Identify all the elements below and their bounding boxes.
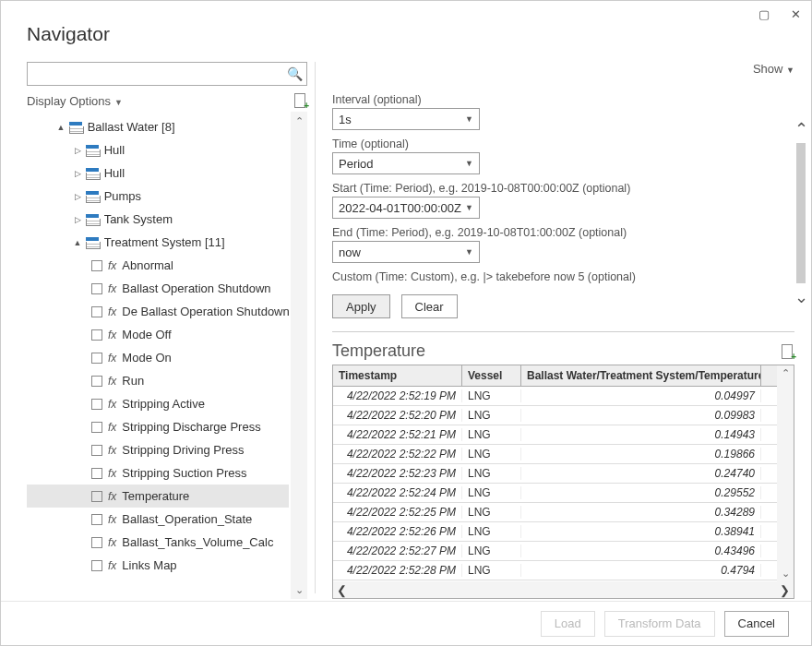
scrollbar-thumb[interactable] [796, 143, 806, 283]
table-row[interactable]: 4/22/2022 2:52:28 PMLNG0.4794 [333, 561, 794, 580]
scroll-up-icon[interactable]: ⌃ [782, 367, 790, 379]
tree-item-ballast-tanks-volume-calc[interactable]: fxBallast_Tanks_Volume_Calc [27, 531, 289, 554]
cell-vessel: LNG [462, 389, 521, 402]
cancel-button[interactable]: Cancel [724, 611, 789, 637]
tree-item-links-map[interactable]: fxLinks Map [27, 554, 289, 577]
cell-timestamp: 4/22/2022 2:52:21 PM [333, 428, 462, 441]
cell-vessel: LNG [462, 544, 521, 557]
panel-scrollbar[interactable]: ⌃ ⌄ [793, 121, 809, 305]
search-input[interactable] [28, 67, 282, 81]
tree-node-pumps[interactable]: ▷ Pumps [27, 185, 289, 208]
grid-vertical-scrollbar[interactable]: ⌃⌄ [777, 365, 794, 581]
tree-node-hull-2[interactable]: ▷ Hull [27, 162, 289, 185]
tree-node-ballast-water[interactable]: ▲ Ballast Water [8] [27, 115, 289, 138]
new-query-icon[interactable] [294, 93, 307, 108]
cell-value: 0.14943 [521, 428, 761, 441]
cell-value: 0.04997 [521, 389, 761, 402]
table-row[interactable]: 4/22/2022 2:52:27 PMLNG0.43496 [333, 542, 794, 561]
tree-item-abnormal[interactable]: fxAbnormal [27, 254, 289, 277]
cell-timestamp: 4/22/2022 2:52:20 PM [333, 409, 462, 422]
clear-button[interactable]: Clear [401, 294, 458, 318]
table-row[interactable]: 4/22/2022 2:52:26 PMLNG0.38941 [333, 522, 794, 542]
scroll-up-icon[interactable]: ⌃ [793, 121, 809, 138]
tree-item-stripping-suction-press[interactable]: fxStripping Suction Press [27, 461, 289, 484]
display-options-dropdown[interactable]: Display Options▼ [27, 94, 123, 108]
transform-data-button[interactable]: Transform Data [604, 611, 715, 637]
cell-value: 0.19866 [521, 448, 761, 461]
tree-item-de-ballast-op-shutdown[interactable]: fxDe Ballast Operation Shutdown [27, 300, 289, 323]
table-row[interactable]: 4/22/2022 2:52:19 PMLNG0.04997 [333, 387, 794, 406]
cell-value: 0.29552 [521, 486, 761, 499]
scroll-right-icon[interactable]: ❯ [780, 583, 790, 597]
scroll-up-icon[interactable]: ⌃ [291, 112, 307, 130]
show-dropdown[interactable]: Show ▼ [753, 62, 794, 76]
cell-timestamp: 4/22/2022 2:52:25 PM [333, 506, 462, 519]
tree-scrollbar[interactable]: ⌃ ⌄ [291, 112, 307, 599]
maximize-button[interactable]: ▢ [748, 1, 780, 27]
search-input-wrap[interactable]: 🔍 [27, 62, 307, 86]
close-button[interactable]: ✕ [780, 1, 811, 27]
cell-value: 0.24740 [521, 467, 761, 480]
end-combo[interactable]: now▼ [332, 241, 480, 263]
chevron-down-icon: ▼ [465, 159, 473, 168]
tree-item-temperature[interactable]: fxTemperature [27, 484, 289, 508]
col-timestamp[interactable]: Timestamp [333, 365, 462, 386]
cell-timestamp: 4/22/2022 2:52:27 PM [333, 544, 462, 557]
cell-vessel: LNG [462, 428, 521, 441]
grid-horizontal-scrollbar[interactable]: ❮❯ [333, 581, 794, 598]
cell-vessel: LNG [462, 467, 521, 480]
time-label: Time (optional) [332, 138, 794, 150]
navigator-tree: ▲ Ballast Water [8] ▷ Hull ▷ Hull ▷ Pump… [27, 115, 289, 577]
table-row[interactable]: 4/22/2022 2:52:25 PMLNG0.34289 [333, 503, 794, 522]
table-row[interactable]: 4/22/2022 2:52:24 PMLNG0.29552 [333, 484, 794, 503]
start-label: Start (Time: Period), e.g. 2019-10-08T00… [332, 182, 794, 195]
table-row[interactable]: 4/22/2022 2:52:21 PMLNG0.14943 [333, 425, 794, 445]
table-row[interactable]: 4/22/2022 2:52:23 PMLNG0.24740 [333, 464, 794, 484]
cell-value: 0.43496 [521, 544, 761, 557]
col-vessel[interactable]: Vessel [462, 365, 521, 386]
search-icon[interactable]: 🔍 [282, 66, 306, 81]
cell-vessel: LNG [462, 525, 521, 538]
cell-vessel: LNG [462, 506, 521, 519]
end-label: End (Time: Period), e.g. 2019-10-08T01:0… [332, 226, 794, 239]
tree-node-hull-1[interactable]: ▷ Hull [27, 138, 289, 162]
preview-title: Temperature [332, 341, 425, 361]
tree-item-ballast-op-shutdown[interactable]: fxBallast Operation Shutdown [27, 277, 289, 300]
time-combo[interactable]: Period▼ [332, 152, 480, 174]
cell-timestamp: 4/22/2022 2:52:24 PM [333, 486, 462, 499]
table-row[interactable]: 4/22/2022 2:52:22 PMLNG0.19866 [333, 445, 794, 464]
scroll-down-icon[interactable]: ⌄ [291, 580, 307, 599]
custom-label: Custom (Time: Custom), e.g. |> takebefor… [332, 270, 794, 283]
add-query-icon[interactable] [782, 344, 794, 359]
scroll-down-icon[interactable]: ⌄ [793, 289, 809, 305]
load-button[interactable]: Load [541, 611, 595, 637]
apply-button[interactable]: Apply [332, 294, 390, 318]
scroll-down-icon[interactable]: ⌄ [782, 568, 790, 580]
tree-node-tank-system[interactable]: ▷ Tank System [27, 208, 289, 231]
tree-item-run[interactable]: fxRun [27, 369, 289, 392]
cell-value: 0.38941 [521, 525, 761, 538]
cell-timestamp: 4/22/2022 2:52:28 PM [333, 564, 462, 577]
tree-node-treatment-system[interactable]: ▲ Treatment System [11] [27, 231, 289, 254]
interval-combo[interactable]: 1s▼ [332, 108, 480, 130]
col-value[interactable]: Ballast Water/Treatment System/Temperatu… [521, 365, 761, 386]
tree-item-stripping-discharge-press[interactable]: fxStripping Discharge Press [27, 415, 289, 438]
table-row[interactable]: 4/22/2022 2:52:20 PMLNG0.09983 [333, 406, 794, 425]
tree-item-ballast-operation-state[interactable]: fxBallast_Operation_State [27, 508, 289, 531]
tree-item-stripping-driving-press[interactable]: fxStripping Driving Press [27, 438, 289, 461]
cell-timestamp: 4/22/2022 2:52:22 PM [333, 448, 462, 461]
cell-timestamp: 4/22/2022 2:52:19 PM [333, 389, 462, 402]
page-title: Navigator [1, 1, 811, 53]
preview-grid: Timestamp Vessel Ballast Water/Treatment… [332, 365, 794, 599]
tree-item-mode-on[interactable]: fxMode On [27, 346, 289, 369]
start-combo[interactable]: 2022-04-01T00:00:00Z▼ [332, 197, 480, 219]
interval-label: Interval (optional) [332, 93, 794, 106]
chevron-down-icon: ▼ [465, 247, 473, 257]
cell-vessel: LNG [462, 448, 521, 461]
cell-vessel: LNG [462, 409, 521, 422]
scroll-left-icon[interactable]: ❮ [337, 583, 347, 597]
cell-timestamp: 4/22/2022 2:52:26 PM [333, 525, 462, 538]
tree-item-stripping-active[interactable]: fxStripping Active [27, 392, 289, 415]
cell-timestamp: 4/22/2022 2:52:23 PM [333, 467, 462, 480]
tree-item-mode-off[interactable]: fxMode Off [27, 323, 289, 346]
